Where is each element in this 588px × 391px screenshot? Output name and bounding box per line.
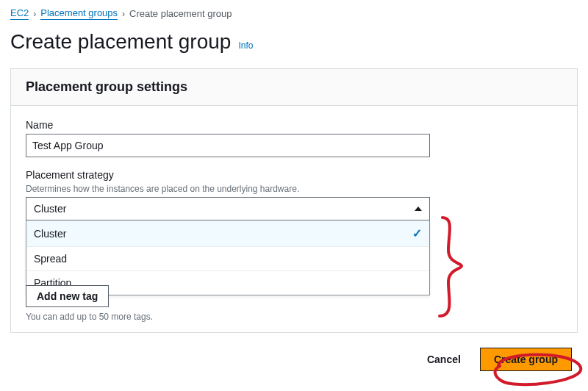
create-group-button[interactable]: Create group <box>480 348 572 371</box>
panel-header: Placement group settings <box>11 69 577 106</box>
chevron-right-icon: › <box>33 9 36 19</box>
option-label: Cluster <box>34 228 66 240</box>
name-label: Name <box>26 119 562 131</box>
settings-panel: Placement group settings Name Placement … <box>10 68 578 333</box>
panel-body: Name Placement strategy Determines how t… <box>11 106 577 332</box>
tag-hint: You can add up to 50 more tags. <box>26 312 562 322</box>
page-title: Create placement group Info <box>0 24 588 65</box>
field-strategy: Placement strategy Determines how the in… <box>26 169 562 295</box>
chevron-right-icon: › <box>122 9 125 19</box>
breadcrumb: EC2 › Placement groups › Create placemen… <box>0 0 588 24</box>
footer-actions: Cancel Create group <box>0 342 588 371</box>
check-icon: ✓ <box>412 226 422 240</box>
strategy-option-cluster[interactable]: Cluster ✓ <box>26 220 429 247</box>
add-new-tag-button[interactable]: Add new tag <box>26 285 109 307</box>
tags-section: Add new tag You can add up to 50 more ta… <box>26 285 562 322</box>
strategy-dropdown: Cluster ✓ Spread Partition <box>26 220 430 295</box>
breadcrumb-current: Create placement group <box>129 8 232 19</box>
strategy-option-spread[interactable]: Spread <box>26 247 429 271</box>
breadcrumb-link-ec2[interactable]: EC2 <box>10 7 29 20</box>
strategy-label: Placement strategy <box>26 169 562 181</box>
info-link[interactable]: Info <box>238 40 253 51</box>
field-name: Name <box>26 119 562 157</box>
strategy-select[interactable]: Cluster <box>26 197 430 220</box>
strategy-description: Determines how the instances are placed … <box>26 184 562 194</box>
option-label: Spread <box>34 253 67 265</box>
caret-up-icon <box>415 207 422 211</box>
cancel-button[interactable]: Cancel <box>418 348 470 371</box>
name-input[interactable] <box>26 134 430 157</box>
page-title-text: Create placement group <box>10 30 231 54</box>
breadcrumb-link-placement-groups[interactable]: Placement groups <box>40 7 118 20</box>
strategy-selected-value: Cluster <box>34 203 66 215</box>
